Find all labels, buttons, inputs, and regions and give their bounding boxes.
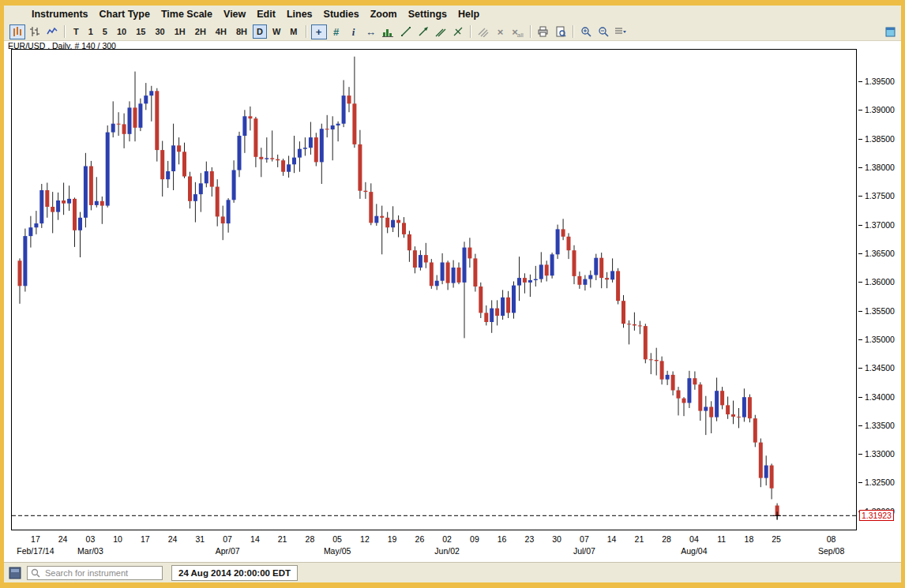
zoom-options-icon[interactable] xyxy=(613,24,629,39)
y-axis-tick xyxy=(858,253,862,254)
y-axis-tick xyxy=(858,110,862,110)
menu-edit[interactable]: Edit xyxy=(251,7,281,21)
menu-time-scale[interactable]: Time Scale xyxy=(156,7,218,21)
info-icon[interactable]: i xyxy=(346,24,362,39)
menu-instruments[interactable]: Instruments xyxy=(26,7,94,21)
menu-settings[interactable]: Settings xyxy=(403,7,452,21)
current-price-tag: 1.31923 xyxy=(859,510,894,521)
timeframe-group: T151015301H2H4H8HDWM xyxy=(69,24,302,39)
x-axis-month-label: Aug/04 xyxy=(667,546,722,556)
menu-help[interactable]: Help xyxy=(452,7,485,21)
x-axis-day-label: 18 xyxy=(738,534,759,544)
timeframe-m[interactable]: M xyxy=(286,24,301,39)
y-axis-tick xyxy=(858,368,862,369)
x-axis-day-label: 24 xyxy=(53,534,73,544)
line-chart-type-icon[interactable] xyxy=(44,24,60,39)
timeframe-8h[interactable]: 8H xyxy=(232,24,251,39)
app-window: InstrumentsChart TypeTime ScaleViewEditL… xyxy=(4,6,901,582)
x-axis-month-label: Sep/08 xyxy=(804,546,859,556)
y-axis-label: 1.34500 xyxy=(865,363,895,373)
trend-line-icon[interactable] xyxy=(398,24,414,39)
timeframe-d[interactable]: D xyxy=(253,24,267,39)
x-axis-day-label: 10 xyxy=(107,534,128,544)
y-axis-label: 1.36500 xyxy=(865,249,895,258)
regression-line-icon[interactable] xyxy=(450,24,466,39)
toolbar-separator xyxy=(64,25,66,38)
menu-lines[interactable]: Lines xyxy=(281,7,318,21)
candlestick-plot xyxy=(12,50,856,530)
timeframe-1[interactable]: 1 xyxy=(84,24,97,39)
ray-line-icon[interactable] xyxy=(415,24,431,39)
delete-drawing-icon[interactable]: × xyxy=(493,24,509,39)
timeframe-t[interactable]: T xyxy=(69,24,83,39)
menu-chart-type[interactable]: Chart Type xyxy=(94,7,156,21)
x-axis-day-label: 11 xyxy=(712,534,732,544)
y-axis-label: 1.39000 xyxy=(865,105,895,114)
bar-chart-type-icon[interactable] xyxy=(9,24,25,39)
timeframe-5[interactable]: 5 xyxy=(99,24,111,39)
y-axis-tick xyxy=(858,425,862,426)
instruments-panel-icon[interactable] xyxy=(9,567,21,579)
grid-icon[interactable]: # xyxy=(329,24,344,39)
parallel-lines-icon[interactable] xyxy=(475,24,491,39)
y-axis-tick xyxy=(858,196,862,197)
y-axis-tick xyxy=(858,339,862,340)
crosshair-icon[interactable]: + xyxy=(311,24,327,39)
y-axis-label: 1.39500 xyxy=(865,77,895,86)
x-axis-month-label: Mar/03 xyxy=(62,546,118,556)
x-axis-month-label: May/05 xyxy=(310,546,365,556)
x-axis-day-label: 25 xyxy=(766,534,787,544)
y-axis-label: 1.34000 xyxy=(865,392,895,402)
x-axis-days: 1724031017243107142128051219260209162330… xyxy=(11,534,868,544)
volume-icon[interactable] xyxy=(381,24,396,39)
x-axis-day-label: 05 xyxy=(327,534,347,544)
chart-plot[interactable] xyxy=(11,49,857,530)
x-axis-day-label: 23 xyxy=(519,534,539,544)
x-axis-day-label: 09 xyxy=(464,534,485,544)
timeframe-1h[interactable]: 1H xyxy=(171,24,190,39)
x-axis-day-label: 24 xyxy=(163,534,183,544)
search-box xyxy=(27,566,163,580)
print-icon[interactable] xyxy=(535,24,551,39)
search-input[interactable] xyxy=(43,567,159,579)
x-axis-month-label: Jul/07 xyxy=(557,546,612,556)
y-axis-tick xyxy=(858,454,862,455)
candlestick-chart-type-icon[interactable] xyxy=(27,24,43,39)
menu-bar: InstrumentsChart TypeTime ScaleViewEditL… xyxy=(4,6,901,23)
toolbar-separator xyxy=(470,25,471,38)
zoom-out-icon[interactable] xyxy=(595,24,611,39)
timeframe-2h[interactable]: 2H xyxy=(191,24,210,39)
timeframe-15[interactable]: 15 xyxy=(132,24,149,39)
x-axis-day-label: 26 xyxy=(409,534,430,544)
x-axis-day-label: 14 xyxy=(245,534,265,544)
horizontal-scroll-icon[interactable]: ↔ xyxy=(363,24,379,39)
print-preview-icon[interactable] xyxy=(553,24,569,39)
x-axis-day-label: 16 xyxy=(492,534,513,544)
y-axis-tick xyxy=(858,81,862,82)
x-axis-month-label: Jun/02 xyxy=(419,546,475,556)
x-axis-day-label: 12 xyxy=(355,534,375,544)
toolbar-separator xyxy=(530,25,531,38)
y-axis: 1.395001.390001.385001.380001.375001.370… xyxy=(858,49,901,540)
zoom-in-icon[interactable] xyxy=(578,24,594,39)
x-axis-day-label: 21 xyxy=(629,534,649,544)
x-axis-months: Feb/17/14Mar/03Apr/07May/05Jun/02Jul/07A… xyxy=(11,546,868,556)
toolbar-separator xyxy=(573,25,574,38)
panel-toggle-icon[interactable] xyxy=(882,24,898,39)
delete-all-drawings-icon[interactable]: ×all xyxy=(510,24,526,39)
x-axis-day-label: 02 xyxy=(437,534,457,544)
x-axis-day-label: 19 xyxy=(382,534,403,544)
timeframe-10[interactable]: 10 xyxy=(113,24,130,39)
x-axis-day-label: 28 xyxy=(299,534,320,544)
timeframe-30[interactable]: 30 xyxy=(151,24,168,39)
y-axis-label: 1.33000 xyxy=(865,449,895,459)
menu-zoom[interactable]: Zoom xyxy=(365,7,403,21)
timeframe-w[interactable]: W xyxy=(268,24,284,39)
menu-view[interactable]: View xyxy=(218,7,251,21)
menu-studies[interactable]: Studies xyxy=(318,7,365,21)
y-axis-label: 1.37500 xyxy=(865,191,895,200)
timeframe-4h[interactable]: 4H xyxy=(212,24,231,39)
channel-line-icon[interactable] xyxy=(433,24,449,39)
y-axis-label: 1.38000 xyxy=(865,163,895,172)
y-axis-tick xyxy=(858,225,862,226)
